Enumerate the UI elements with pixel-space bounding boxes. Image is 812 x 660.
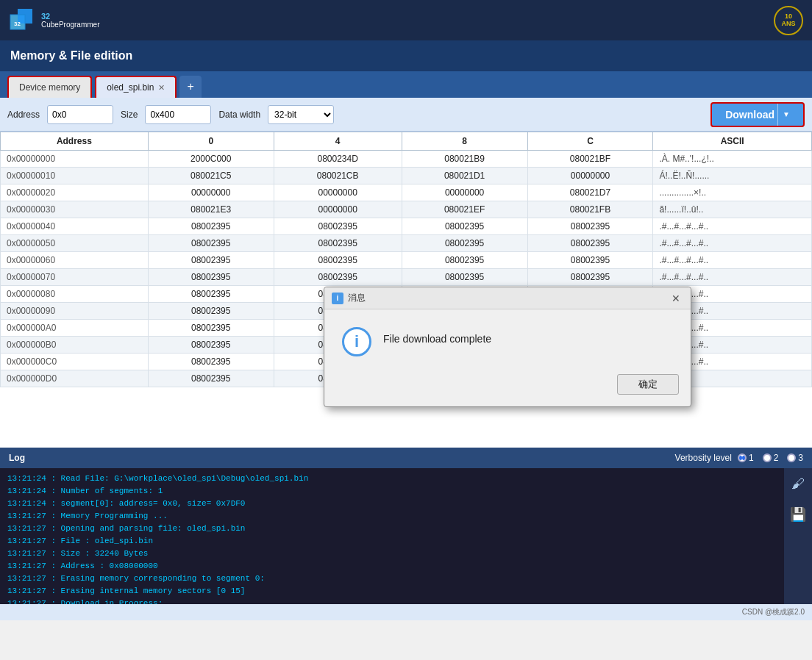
tab-device-memory[interactable]: Device memory xyxy=(7,76,92,98)
log-area: 13:21:24 : Read File: G:\workplace\oled_… xyxy=(0,468,812,604)
verbosity-2[interactable]: 2 xyxy=(763,453,779,463)
radio-dot-2 xyxy=(763,453,772,462)
cell-hex: 08002395 xyxy=(527,235,653,252)
cell-address: 0x00000030 xyxy=(1,201,149,218)
size-input[interactable] xyxy=(145,105,211,124)
cell-address: 0x00000010 xyxy=(1,168,149,184)
tab-close-icon[interactable]: ✕ xyxy=(158,83,165,93)
log-sidebar: 🖌 💾 xyxy=(784,468,812,604)
cell-hex: 080021EF xyxy=(402,201,527,218)
cell-hex: 08002395 xyxy=(274,235,402,252)
col-0: 0 xyxy=(148,132,274,151)
download-dropdown-arrow[interactable]: ▼ xyxy=(777,104,790,126)
cell-hex: 08002395 xyxy=(148,303,274,320)
cell-hex: 08002395 xyxy=(274,269,402,286)
dialog-titlebar: i 消息 ✕ xyxy=(324,287,691,309)
radio-dot-3 xyxy=(787,453,796,462)
cell-hex: 08002395 xyxy=(274,218,402,235)
table-row: 0x00000050080023950800239508002395080023… xyxy=(1,235,812,252)
logo-icon: 32 xyxy=(9,7,35,34)
log-line: 13:21:27 : Download in Progress: xyxy=(7,598,780,604)
col-4: 4 xyxy=(274,132,402,151)
cell-hex: 08002395 xyxy=(527,218,653,235)
cell-address: 0x00000050 xyxy=(1,235,149,252)
anniversary-badge: 10 ANS xyxy=(774,6,803,35)
dialog-ok-button[interactable]: 确定 xyxy=(617,374,679,395)
data-width-label: Data width xyxy=(218,110,260,120)
cell-hex: 080021B9 xyxy=(402,151,527,168)
cell-hex: 08002395 xyxy=(148,286,274,303)
dialog-footer: 确定 xyxy=(324,368,691,406)
cell-hex: 0800234D xyxy=(274,151,402,168)
col-8: 8 xyxy=(402,132,527,151)
cell-hex: 08002395 xyxy=(402,269,527,286)
cell-hex: 08002395 xyxy=(402,252,527,269)
radio-group: 1 2 3 xyxy=(738,453,803,463)
cell-hex: 08002395 xyxy=(527,269,653,286)
table-row: 0x000000002000C0000800234D080021B9080021… xyxy=(1,151,812,168)
log-line: 13:21:24 : Read File: G:\workplace\oled_… xyxy=(7,473,780,485)
log-line: 13:21:24 : Number of segments: 1 xyxy=(7,485,780,498)
verbosity-1[interactable]: 1 xyxy=(738,453,754,463)
address-input[interactable] xyxy=(47,105,113,124)
save-icon[interactable]: 💾 xyxy=(788,505,808,524)
cell-hex: 08002395 xyxy=(148,252,274,269)
log-label: Log xyxy=(9,453,25,463)
log-content: 13:21:24 : Read File: G:\workplace\oled_… xyxy=(0,468,812,604)
cell-address: 0x00000020 xyxy=(1,184,149,201)
table-row: 0x00000060080023950800239508002395080023… xyxy=(1,252,812,269)
cell-hex: 08002395 xyxy=(148,235,274,252)
top-header: 32 32 CubeProgrammer 10 ANS xyxy=(0,0,812,40)
cell-address: 0x00000080 xyxy=(1,286,149,303)
download-button[interactable]: Download ▼ xyxy=(710,102,805,127)
cell-hex: 08002395 xyxy=(402,235,527,252)
log-header: Log Verbosity level 1 2 3 xyxy=(0,448,812,468)
log-line: 13:21:27 : Memory Programming ... xyxy=(7,510,780,523)
verbosity-label: Verbosity level xyxy=(675,453,732,463)
cell-hex: 080021E3 xyxy=(148,201,274,218)
cell-hex: 08002395 xyxy=(148,370,274,387)
log-line: 13:21:27 : File : oled_spi.bin xyxy=(7,535,780,548)
col-ascii: ASCII xyxy=(653,132,812,151)
cell-hex: 08002395 xyxy=(148,337,274,354)
cell-address: 0x000000C0 xyxy=(1,354,149,370)
verbosity-3[interactable]: 3 xyxy=(787,453,803,463)
cell-hex: 08002395 xyxy=(527,252,653,269)
bottom-status: CSDN @桃成蹊2.0 xyxy=(0,604,812,620)
cell-hex: 080021D1 xyxy=(402,168,527,184)
radio-dot-1 xyxy=(738,453,747,462)
cell-ascii: ..............×!.. xyxy=(653,184,812,201)
log-line: 13:21:27 : Erasing internal memory secto… xyxy=(7,585,780,598)
cell-hex: 08002395 xyxy=(148,218,274,235)
dialog-body: i File download complete xyxy=(324,309,691,368)
data-width-select[interactable]: 8-bit 16-bit 32-bit xyxy=(268,105,334,124)
tab-add[interactable]: + xyxy=(179,76,201,98)
cell-hex: 080021CB xyxy=(274,168,402,184)
table-row: 0x00000070080023950800239508002395080023… xyxy=(1,269,812,286)
cell-ascii: ã!......ï!..û!.. xyxy=(653,201,812,218)
logo-area: 32 32 CubeProgrammer xyxy=(9,7,99,34)
cell-ascii: .#...#...#...#.. xyxy=(653,252,812,269)
cell-hex: 00000000 xyxy=(274,201,402,218)
cell-hex: 2000C000 xyxy=(148,151,274,168)
dialog: i 消息 ✕ i File download complete 确定 xyxy=(324,287,691,407)
tab-file[interactable]: oled_spi.bin ✕ xyxy=(95,76,177,98)
cell-ascii: .#...#...#...#.. xyxy=(653,218,812,235)
cell-hex: 080021BF xyxy=(527,151,653,168)
cell-hex: 08002395 xyxy=(402,218,527,235)
dialog-close-button[interactable]: ✕ xyxy=(669,291,683,306)
cell-hex: 00000000 xyxy=(527,168,653,184)
cell-hex: 00000000 xyxy=(148,184,274,201)
log-line: 13:21:27 : Size : 32240 Bytes xyxy=(7,548,780,560)
brush-icon[interactable]: 🖌 xyxy=(788,474,808,493)
table-row: 0x00000040080023950800239508002395080023… xyxy=(1,218,812,235)
tabs-bar: Device memory oled_spi.bin ✕ + xyxy=(0,71,812,98)
section-title: Memory & File edition xyxy=(10,49,132,62)
toolbar: Address Size Data width 8-bit 16-bit 32-… xyxy=(0,98,812,132)
cell-address: 0x00000090 xyxy=(1,303,149,320)
cell-hex: 080021C5 xyxy=(148,168,274,184)
cell-ascii: .À. M#..'!...¿!.. xyxy=(653,151,812,168)
cell-address: 0x00000060 xyxy=(1,252,149,269)
cell-hex: 08002395 xyxy=(274,252,402,269)
cell-hex: 080021D7 xyxy=(527,184,653,201)
